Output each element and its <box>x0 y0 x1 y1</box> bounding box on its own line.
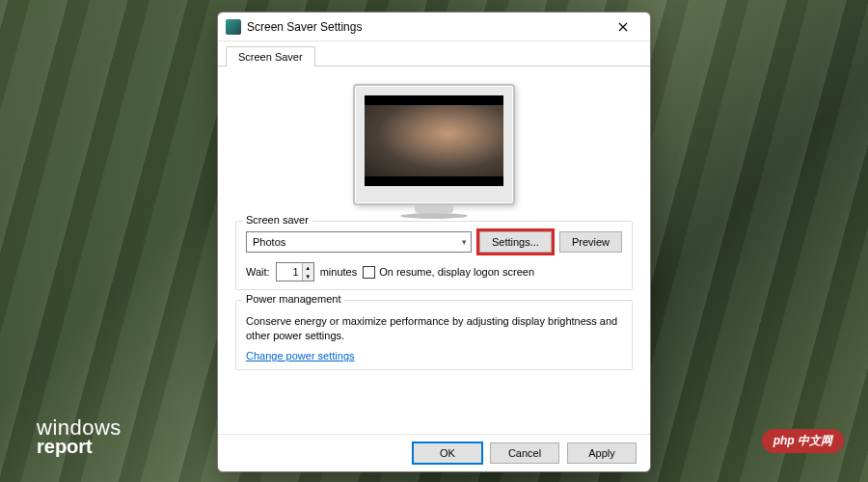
monitor-screen <box>365 95 503 186</box>
spinner-up-icon[interactable]: ▲ <box>303 263 313 272</box>
tab-screen-saver[interactable]: Screen Saver <box>226 46 315 67</box>
watermark-php: php 中文网 <box>762 429 844 453</box>
tab-content: Screen saver Photos ▾ Settings... Previe… <box>218 67 650 434</box>
ok-button[interactable]: OK <box>413 442 482 464</box>
watermark-windowsreport: windows report <box>37 418 122 455</box>
settings-highlight: Settings... <box>476 228 555 255</box>
preview-button[interactable]: Preview <box>559 231 622 253</box>
tab-strip: Screen Saver <box>218 41 650 67</box>
power-description: Conserve energy or maximize performance … <box>246 314 622 344</box>
wait-spinner[interactable]: ▲ ▼ <box>276 262 314 281</box>
close-icon <box>618 22 628 32</box>
apply-button[interactable]: Apply <box>567 442 637 464</box>
dialog-footer: OK Cancel Apply <box>218 434 650 471</box>
power-group-title: Power management <box>242 293 344 305</box>
spinner-buttons[interactable]: ▲ ▼ <box>302 263 313 281</box>
minutes-label: minutes <box>320 266 358 278</box>
screensaver-preview-image <box>365 105 503 176</box>
monitor-frame <box>353 84 515 205</box>
chevron-down-icon: ▾ <box>462 237 467 247</box>
app-icon <box>226 19 241 35</box>
wait-label: Wait: <box>246 266 270 278</box>
close-button[interactable] <box>604 15 642 39</box>
cancel-button[interactable]: Cancel <box>490 442 559 464</box>
screen-saver-settings-dialog: Screen Saver Settings Screen Saver Scree… <box>217 12 651 472</box>
power-group: Power management Conserve energy or maxi… <box>235 300 633 370</box>
dropdown-value: Photos <box>253 236 285 248</box>
screensaver-group-title: Screen saver <box>242 214 312 226</box>
checkbox-box[interactable] <box>363 266 375 279</box>
titlebar[interactable]: Screen Saver Settings <box>218 13 650 41</box>
monitor-base <box>400 213 468 219</box>
wait-input[interactable] <box>277 263 302 281</box>
screensaver-dropdown[interactable]: Photos ▾ <box>246 231 472 253</box>
settings-button[interactable]: Settings... <box>479 231 552 253</box>
change-power-settings-link[interactable]: Change power settings <box>246 350 622 362</box>
resume-checkbox-label: On resume, display logon screen <box>379 266 534 278</box>
monitor-stand <box>415 205 453 213</box>
window-title: Screen Saver Settings <box>247 20 604 34</box>
resume-checkbox[interactable]: On resume, display logon screen <box>363 266 534 279</box>
watermark-line2: report <box>37 438 122 455</box>
spinner-down-icon[interactable]: ▼ <box>303 272 313 281</box>
screensaver-group: Screen saver Photos ▾ Settings... Previe… <box>235 221 633 290</box>
monitor-preview <box>235 84 633 205</box>
